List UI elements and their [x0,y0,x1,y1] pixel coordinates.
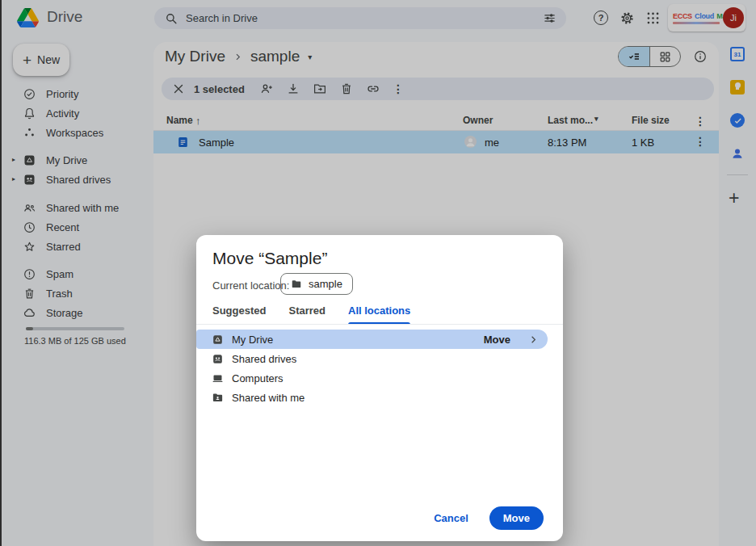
tabs-divider [196,324,563,325]
location-label: Computers [232,372,284,384]
my-drive-icon [212,334,224,346]
location-label: My Drive [232,334,273,346]
chevron-right-icon[interactable] [527,334,540,346]
current-location-chip[interactable]: sample [280,273,353,295]
tab-suggested[interactable]: Suggested [212,304,266,325]
current-location-label: Current location: [212,279,289,292]
location-row-shared-drives[interactable]: Shared drives [196,349,563,368]
google-drive-app: Drive Search in Drive ? [0,0,756,546]
cancel-button[interactable]: Cancel [434,512,468,524]
move-here-label[interactable]: Move [484,334,510,346]
tab-starred[interactable]: Starred [288,304,326,325]
current-location-name: sample [309,278,342,290]
move-dialog: Move “Sample” Current location: sample S… [196,235,563,541]
computers-icon [212,372,224,384]
location-row-shared-with-me[interactable]: Shared with me [196,388,563,407]
location-list: My Drive Move Shared drives [196,330,563,407]
dialog-footer: Cancel Move [434,506,544,530]
tab-all-locations[interactable]: All locations [348,304,410,325]
location-row-my-drive[interactable]: My Drive Move [196,330,548,349]
location-row-computers[interactable]: Computers [196,368,563,388]
location-label: Shared with me [232,392,304,404]
shared-folder-icon [212,392,224,404]
dialog-tabs: Suggested Starred All locations [196,304,563,325]
move-button[interactable]: Move [489,506,544,530]
move-here-action[interactable]: Move [484,334,540,346]
folder-icon [291,279,302,290]
dialog-title: Move “Sample” [212,249,327,268]
shared-drives-icon [212,353,224,365]
location-label: Shared drives [232,353,296,365]
